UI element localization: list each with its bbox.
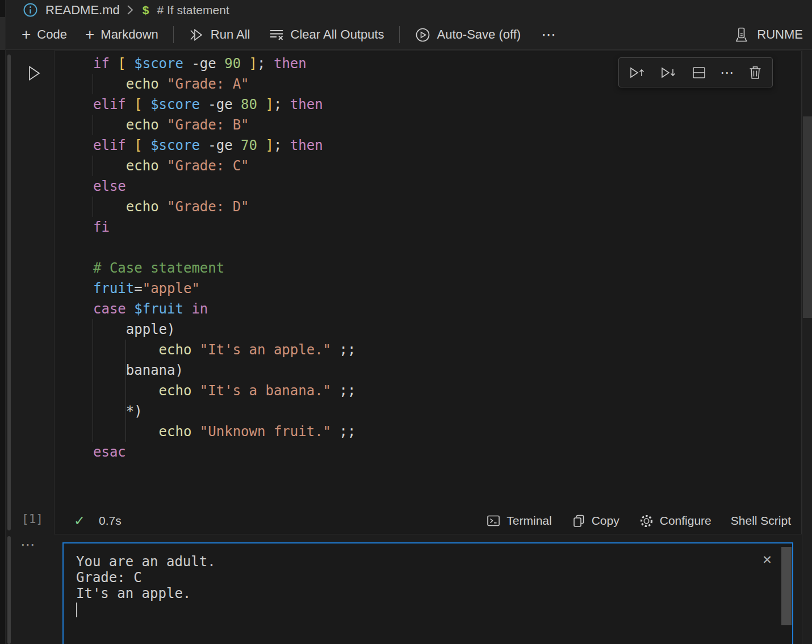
cell-focus-bar (7, 55, 11, 530)
configure-button[interactable]: Configure (639, 513, 711, 529)
split-cell-button[interactable] (690, 64, 708, 81)
gear-icon (639, 513, 654, 529)
toolbar-more-button[interactable]: ⋯ (541, 26, 557, 44)
add-code-label: Code (37, 27, 67, 42)
code-line: # Case statement (93, 258, 801, 278)
code-line: elif [ $score -ge 70 ]; then (93, 135, 801, 156)
breadcrumb-chevron-icon (127, 5, 133, 15)
code-line: fruit="apple" (93, 278, 801, 299)
terminal-cursor (76, 603, 77, 617)
indent-guide (125, 340, 126, 442)
output-line: You are an adult. (76, 554, 780, 570)
notebook-scrollbar-thumb[interactable] (803, 116, 812, 318)
code-line (93, 237, 801, 258)
auto-save-icon (415, 27, 431, 43)
code-line: apple) (93, 319, 801, 340)
cell-output: You are an adult.Grade: CIt's an apple. … (62, 542, 793, 644)
language-picker[interactable]: Shell Script (731, 514, 791, 528)
copy-label: Copy (592, 514, 620, 528)
cell-toolbar: ⋯ (618, 57, 773, 87)
code-line: echo "Grade: D" (93, 196, 801, 217)
terminal-label: Terminal (507, 514, 551, 528)
output-focus-bar (7, 536, 11, 644)
indent-guide (93, 156, 93, 176)
code-line: echo "It's a banana." ;; (93, 380, 801, 401)
runme-button[interactable]: RUNME (733, 26, 803, 44)
terminal-icon (486, 513, 501, 528)
breadcrumb-file[interactable]: README.md (45, 3, 120, 18)
indent-guide (93, 319, 93, 442)
copy-button[interactable]: Copy (571, 513, 620, 529)
code-line: echo "Grade: B" (93, 115, 801, 135)
clear-all-outputs-icon (269, 27, 284, 42)
output-terminal[interactable]: You are an adult.Grade: CIt's an apple. … (64, 543, 792, 644)
auto-save-label: Auto-Save (off) (437, 27, 521, 42)
execution-duration: 0.7s (99, 514, 122, 528)
copy-icon (571, 513, 586, 529)
output-line: Grade: C (76, 570, 780, 586)
code-line (93, 462, 801, 483)
auto-save-toggle[interactable]: Auto-Save (off) (415, 27, 521, 43)
run-all-label: Run All (211, 27, 250, 42)
breadcrumb-cell-symbol: $ (143, 3, 149, 17)
code-cell: if [ $score -ge 90 ]; then echo "Grade: … (54, 51, 802, 534)
code-editor[interactable]: if [ $score -ge 90 ]; then echo "Grade: … (55, 51, 801, 508)
indent-guide (93, 115, 93, 135)
play-icon (25, 64, 43, 83)
clear-all-outputs-button[interactable]: Clear All Outputs (269, 27, 384, 42)
execute-below-button[interactable] (659, 64, 677, 81)
success-check-icon: ✓ (74, 513, 85, 529)
indent-guide (93, 74, 93, 94)
code-line: else (93, 176, 801, 196)
left-rail-notch (0, 17, 5, 50)
toolbar-separator (173, 26, 174, 43)
top-panel: README.md $ # If statement + Code + Mark… (6, 0, 812, 50)
close-output-button[interactable]: ✕ (763, 551, 772, 566)
execute-above-button[interactable] (628, 64, 646, 81)
configure-label: Configure (660, 514, 711, 528)
cell-status-bar: ✓ 0.7s Terminal Copy (55, 508, 801, 534)
add-markdown-label: Markdown (101, 27, 158, 42)
toolbar-separator (399, 26, 400, 43)
cell-more-actions-button[interactable]: ⋯ (720, 65, 734, 81)
output-line: It's an apple. (76, 586, 780, 601)
code-line (93, 483, 801, 503)
language-label: Shell Script (731, 514, 791, 528)
code-line: banana) (93, 360, 801, 380)
breadcrumb-cell-label[interactable]: # If statement (157, 3, 229, 17)
delete-cell-button[interactable] (747, 64, 763, 81)
run-cell-button[interactable] (25, 64, 43, 83)
output-collapse-button[interactable]: ⋯ (20, 536, 36, 554)
breadcrumb: README.md $ # If statement (6, 0, 812, 20)
run-all-button[interactable]: Run All (189, 27, 250, 43)
notebook-scrollbar-track (802, 50, 812, 644)
code-line: echo "Grade: C" (93, 156, 801, 176)
add-markdown-cell-button[interactable]: + Markdown (85, 27, 158, 42)
plus-icon: + (85, 28, 94, 41)
add-code-cell-button[interactable]: + Code (22, 27, 67, 42)
code-line: case $fruit in (93, 299, 801, 319)
execution-count: [1] (22, 512, 43, 526)
output-scrollbar[interactable] (781, 547, 792, 625)
runme-label: RUNME (757, 27, 803, 42)
code-line: *) (93, 401, 801, 421)
code-line: echo "It's an apple." ;; (93, 340, 801, 360)
indent-guide (93, 196, 93, 217)
code-line: esac (93, 442, 801, 462)
code-line: fi (93, 217, 801, 237)
plus-icon: + (22, 28, 31, 41)
code-line: elif [ $score -ge 80 ]; then (93, 94, 801, 115)
output-lines: You are an adult.Grade: CIt's an apple. (76, 554, 780, 601)
terminal-button[interactable]: Terminal (486, 513, 551, 528)
notebook-toolbar: + Code + Markdown Run All Clear All Outp… (6, 20, 812, 49)
left-rail (0, 0, 6, 644)
runme-logo-icon (733, 26, 750, 44)
clear-all-outputs-label: Clear All Outputs (291, 27, 384, 42)
info-icon (23, 2, 38, 18)
run-all-icon (189, 27, 204, 43)
code-line: echo "Unknown fruit." ;; (93, 421, 801, 442)
